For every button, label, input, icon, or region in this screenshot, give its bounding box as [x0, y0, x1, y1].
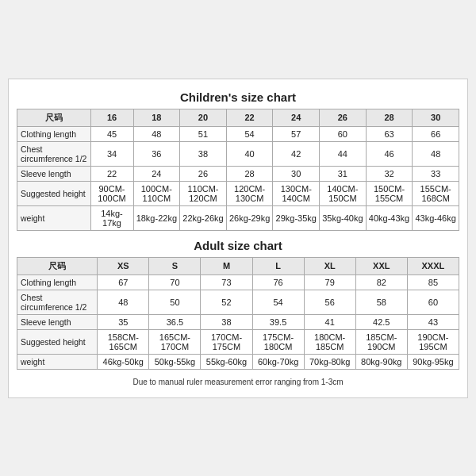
- row-label: Clothing length: [17, 126, 91, 141]
- col-header-size: L: [252, 257, 304, 274]
- col-header-label: 尺码: [17, 257, 98, 274]
- cell-value: 43: [407, 314, 459, 329]
- cell-value: 158CM-165CM: [98, 329, 149, 354]
- cell-value: 73: [201, 274, 252, 290]
- table-row: Chest circumference 1/248505254565860: [17, 290, 459, 314]
- cell-value: 190CM-195CM: [407, 329, 459, 354]
- cell-value: 165CM-170CM: [149, 329, 201, 354]
- cell-value: 54: [252, 290, 304, 314]
- cell-value: 39.5: [252, 314, 304, 329]
- cell-value: 46kg-50kg: [98, 354, 149, 369]
- row-label: weight: [17, 354, 98, 369]
- cell-value: 85: [407, 274, 459, 290]
- cell-value: 90CM-100CM: [90, 181, 133, 205]
- cell-value: 42.5: [355, 314, 407, 329]
- cell-value: 120CM-130CM: [226, 181, 273, 205]
- cell-value: 22: [90, 166, 133, 181]
- cell-value: 150CM-155CM: [366, 181, 413, 205]
- cell-value: 36: [133, 141, 180, 166]
- cell-value: 185CM-190CM: [355, 329, 407, 354]
- cell-value: 22kg-26kg: [180, 205, 227, 230]
- cell-value: 38: [201, 314, 252, 329]
- cell-value: 51: [180, 126, 227, 141]
- cell-value: 26kg-29kg: [226, 205, 273, 230]
- cell-value: 43kg-46kg: [413, 205, 459, 230]
- cell-value: 100CM-110CM: [133, 181, 180, 205]
- cell-value: 28: [226, 166, 273, 181]
- cell-value: 24: [133, 166, 180, 181]
- cell-value: 48: [98, 290, 149, 314]
- cell-value: 55kg-60kg: [201, 354, 252, 369]
- children-table: 尺码1618202224262830 Clothing length454851…: [17, 109, 459, 231]
- cell-value: 82: [355, 274, 407, 290]
- size-chart-container: Children's size chart 尺码1618202224262830…: [8, 79, 468, 398]
- col-header-size: S: [149, 257, 201, 274]
- cell-value: 58: [355, 290, 407, 314]
- cell-value: 42: [273, 141, 320, 166]
- table-row: Suggested height90CM-100CM100CM-110CM110…: [17, 181, 459, 205]
- cell-value: 44: [320, 141, 367, 166]
- children-chart-title: Children's size chart: [17, 90, 459, 104]
- col-header-size: 16: [90, 109, 133, 126]
- cell-value: 33: [413, 166, 459, 181]
- cell-value: 38: [180, 141, 227, 166]
- cell-value: 41: [304, 314, 355, 329]
- cell-value: 40: [226, 141, 273, 166]
- cell-value: 26: [180, 166, 227, 181]
- cell-value: 36.5: [149, 314, 201, 329]
- cell-value: 46: [366, 141, 413, 166]
- col-header-size: 22: [226, 109, 273, 126]
- cell-value: 32: [366, 166, 413, 181]
- cell-value: 40kg-43kg: [366, 205, 413, 230]
- cell-value: 48: [413, 141, 459, 166]
- cell-value: 60: [407, 290, 459, 314]
- cell-value: 45: [90, 126, 133, 141]
- col-header-size: XS: [98, 257, 149, 274]
- cell-value: 57: [273, 126, 320, 141]
- row-label: Chest circumference 1/2: [17, 141, 91, 166]
- table-row: Clothing length4548515457606366: [17, 126, 459, 141]
- col-header-size: XL: [304, 257, 355, 274]
- table-row: Clothing length67707376798285: [17, 274, 459, 290]
- cell-value: 48: [133, 126, 180, 141]
- col-header-size: 24: [273, 109, 320, 126]
- table-row: Suggested height158CM-165CM165CM-170CM17…: [17, 329, 459, 354]
- cell-value: 76: [252, 274, 304, 290]
- cell-value: 175CM-180CM: [252, 329, 304, 354]
- row-label: Chest circumference 1/2: [17, 290, 98, 314]
- col-header-size: 18: [133, 109, 180, 126]
- table-row: weight14kg-17kg18kg-22kg22kg-26kg26kg-29…: [17, 205, 459, 230]
- cell-value: 79: [304, 274, 355, 290]
- cell-value: 80kg-90kg: [355, 354, 407, 369]
- cell-value: 60kg-70kg: [252, 354, 304, 369]
- cell-value: 29kg-35kg: [273, 205, 320, 230]
- col-header-size: XXL: [355, 257, 407, 274]
- table-row: Sleeve length3536.53839.54142.543: [17, 314, 459, 329]
- cell-value: 110CM-120CM: [180, 181, 227, 205]
- cell-value: 70kg-80kg: [304, 354, 355, 369]
- cell-value: 50kg-55kg: [149, 354, 201, 369]
- col-header-size: 20: [180, 109, 227, 126]
- adult-table: 尺码XSSMLXLXXLXXXL Clothing length67707376…: [17, 257, 459, 370]
- cell-value: 66: [413, 126, 459, 141]
- cell-value: 35: [98, 314, 149, 329]
- cell-value: 130CM-140CM: [273, 181, 320, 205]
- col-header-size: XXXL: [407, 257, 459, 274]
- row-label: Sleeve length: [17, 166, 91, 181]
- cell-value: 18kg-22kg: [133, 205, 180, 230]
- cell-value: 56: [304, 290, 355, 314]
- table-row: weight46kg-50kg50kg-55kg55kg-60kg60kg-70…: [17, 354, 459, 369]
- cell-value: 34: [90, 141, 133, 166]
- table-row: Chest circumference 1/23436384042444648: [17, 141, 459, 166]
- cell-value: 70: [149, 274, 201, 290]
- row-label: weight: [17, 205, 91, 230]
- row-label: Clothing length: [17, 274, 98, 290]
- cell-value: 60: [320, 126, 367, 141]
- row-label: Sleeve length: [17, 314, 98, 329]
- row-label: Suggested height: [17, 181, 91, 205]
- adult-chart-title: Adult size chart: [17, 239, 459, 252]
- cell-value: 31: [320, 166, 367, 181]
- table-row: Sleeve length2224262830313233: [17, 166, 459, 181]
- cell-value: 67: [98, 274, 149, 290]
- col-header-size: M: [201, 257, 252, 274]
